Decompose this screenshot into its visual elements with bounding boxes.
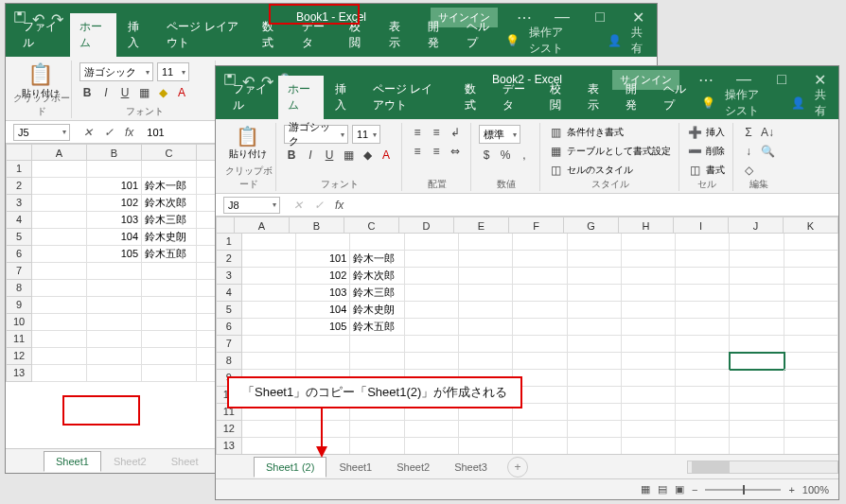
cell[interactable] — [405, 302, 459, 319]
cell[interactable] — [676, 319, 730, 336]
cell[interactable] — [730, 319, 784, 336]
tab-view[interactable]: 表示 — [379, 13, 416, 57]
cell[interactable] — [513, 353, 567, 370]
cell[interactable] — [622, 404, 676, 421]
cond-format[interactable]: 条件付き書式 — [567, 126, 624, 139]
cell[interactable] — [730, 370, 784, 387]
wrap-icon[interactable]: ↲ — [448, 125, 463, 140]
align-top-icon[interactable]: ≡ — [410, 125, 425, 140]
cell[interactable] — [676, 404, 730, 421]
row-header[interactable]: 2 — [6, 178, 32, 195]
cell[interactable] — [784, 421, 838, 438]
column-header[interactable]: G — [564, 217, 619, 234]
cell[interactable] — [676, 353, 730, 370]
cell[interactable] — [513, 319, 567, 336]
cell[interactable] — [784, 404, 838, 421]
sheet-tab-hidden2[interactable]: Sheet — [159, 451, 211, 472]
share-button[interactable]: 共有 — [631, 25, 645, 57]
cell[interactable] — [242, 251, 296, 268]
column-header[interactable]: J — [729, 217, 784, 234]
cell[interactable] — [622, 234, 676, 251]
cell[interactable] — [730, 353, 784, 370]
tell-me[interactable]: 操作アシスト — [725, 87, 763, 119]
cell[interactable] — [142, 280, 197, 297]
cell[interactable] — [87, 263, 142, 280]
cell[interactable]: 鈴木五郎 — [142, 246, 197, 263]
font-name[interactable]: 游ゴシック — [79, 62, 153, 81]
cell[interactable] — [32, 331, 87, 348]
row-header[interactable]: 13 — [216, 438, 242, 454]
row-header[interactable]: 3 — [216, 268, 242, 285]
cell[interactable] — [32, 263, 87, 280]
column-header[interactable]: K — [784, 217, 838, 234]
cell[interactable] — [350, 421, 404, 438]
sheet-tab-sheet2[interactable]: Sheet2 — [384, 457, 442, 478]
column-header[interactable]: B — [290, 217, 344, 234]
tab-insert[interactable]: 挿入 — [118, 13, 155, 57]
cell[interactable] — [242, 268, 296, 285]
cell[interactable] — [350, 234, 404, 251]
cell[interactable] — [676, 370, 730, 387]
cell[interactable] — [622, 438, 676, 454]
cell[interactable] — [568, 251, 622, 268]
cell[interactable] — [730, 268, 784, 285]
cell[interactable] — [513, 268, 567, 285]
cell[interactable] — [87, 348, 142, 365]
column-header[interactable]: A — [32, 144, 87, 161]
cell[interactable] — [350, 438, 404, 454]
tab-data[interactable]: データ — [292, 13, 339, 57]
cell[interactable] — [568, 234, 622, 251]
cell[interactable] — [622, 387, 676, 404]
cell[interactable] — [405, 234, 459, 251]
cell[interactable] — [242, 336, 296, 353]
cell[interactable] — [568, 421, 622, 438]
cell[interactable] — [405, 319, 459, 336]
format-cell-icon[interactable]: ◫ — [687, 163, 702, 178]
cell[interactable]: 鈴木史朗 — [350, 302, 404, 319]
tab-formula[interactable]: 数式 — [455, 76, 491, 119]
share-button[interactable]: 共有 — [815, 87, 827, 119]
cell[interactable] — [459, 234, 513, 251]
cell[interactable] — [622, 421, 676, 438]
row-header[interactable]: 6 — [216, 319, 242, 336]
view-normal-icon[interactable]: ▦ — [641, 483, 650, 495]
cell[interactable] — [784, 234, 838, 251]
row-header[interactable]: 1 — [6, 161, 32, 178]
fx-icon[interactable]: fx — [329, 199, 349, 212]
fill-color-button[interactable]: ◆ — [360, 148, 375, 163]
row-header[interactable]: 7 — [6, 263, 32, 280]
cell[interactable] — [730, 421, 784, 438]
sheet-tab-sheet1[interactable]: Sheet1 — [44, 451, 101, 472]
cell-style[interactable]: セルのスタイル — [567, 164, 633, 177]
cell-style-icon[interactable]: ◫ — [548, 163, 563, 178]
italic-button[interactable]: I — [303, 148, 318, 163]
cell[interactable] — [242, 353, 296, 370]
tab-help[interactable]: ヘルプ — [654, 76, 698, 119]
comma-icon[interactable]: , — [517, 148, 532, 163]
cond-format-icon[interactable]: ▥ — [548, 125, 563, 140]
row-header[interactable]: 7 — [216, 336, 242, 353]
cell[interactable] — [676, 438, 730, 454]
cell[interactable] — [142, 348, 197, 365]
cancel-icon[interactable]: ✕ — [288, 199, 308, 212]
zoom-slider[interactable] — [705, 489, 781, 491]
cell[interactable] — [242, 234, 296, 251]
zoom-level[interactable]: 100% — [802, 484, 829, 495]
cell[interactable] — [730, 234, 784, 251]
cell[interactable]: 鈴木一郎 — [142, 178, 197, 195]
row-header[interactable]: 3 — [6, 195, 32, 212]
cell[interactable] — [784, 285, 838, 302]
cell[interactable] — [459, 302, 513, 319]
cell[interactable] — [784, 353, 838, 370]
cell[interactable] — [242, 302, 296, 319]
cell[interactable] — [784, 319, 838, 336]
tab-review[interactable]: 校閲 — [340, 13, 377, 57]
column-header[interactable]: C — [142, 144, 197, 161]
align-left-icon[interactable]: ≡ — [410, 144, 425, 159]
border-button[interactable]: ▦ — [136, 85, 151, 100]
cell[interactable]: 102 — [87, 195, 142, 212]
font-size[interactable]: 11 — [352, 125, 380, 144]
row-header[interactable]: 12 — [216, 421, 242, 438]
row-header[interactable]: 4 — [216, 285, 242, 302]
sheet-tab-hidden[interactable]: Sheet2 — [101, 451, 159, 472]
